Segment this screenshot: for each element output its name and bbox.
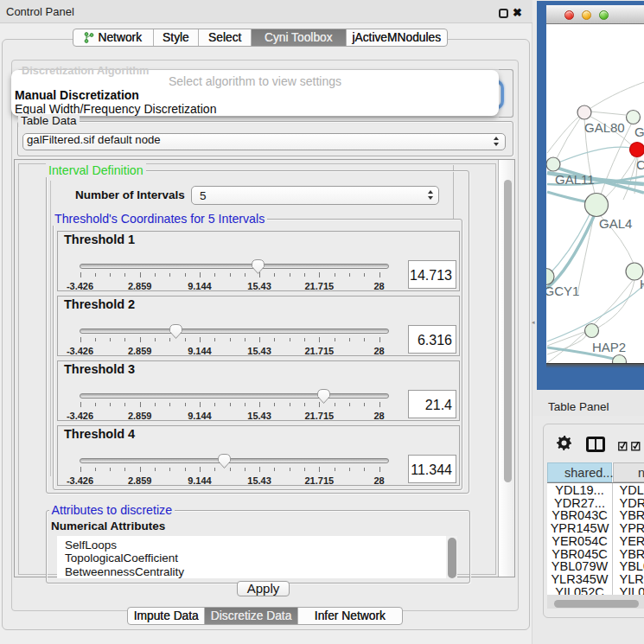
svg-text:GAL11: GAL11 — [555, 172, 595, 187]
svg-text:GAL80: GAL80 — [584, 120, 625, 135]
svg-text:H: H — [640, 277, 644, 291]
svg-text:GAL4: GAL4 — [599, 216, 632, 231]
svg-text:HAP2: HAP2 — [592, 340, 626, 354]
svg-text:GCY1: GCY1 — [546, 284, 579, 298]
svg-text:GA: GA — [634, 124, 644, 139]
svg-text:C: C — [636, 157, 644, 172]
